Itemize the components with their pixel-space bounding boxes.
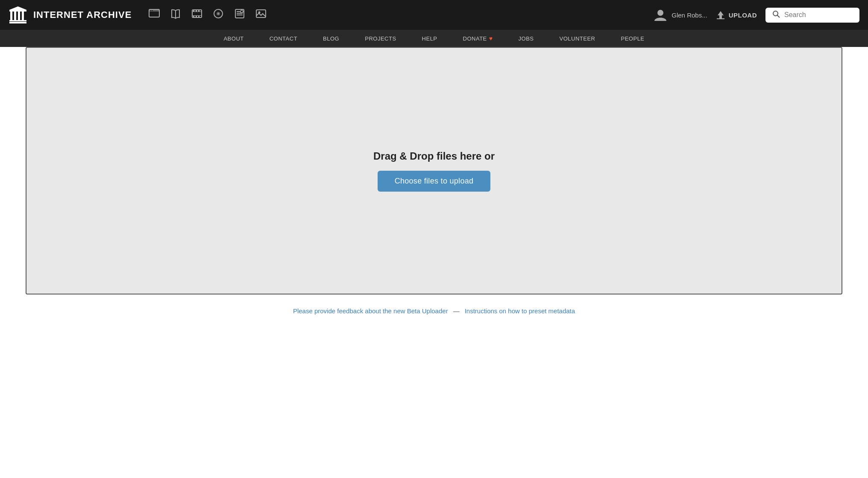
upload-button[interactable]: UPLOAD [716,10,757,20]
svg-rect-17 [196,10,197,12]
film-icon[interactable] [191,8,202,22]
svg-rect-4 [18,12,20,20]
software-icon[interactable] [234,8,245,22]
logo-icon [9,6,27,24]
svg-rect-20 [196,15,197,17]
svg-rect-16 [193,10,194,12]
svg-rect-18 [198,10,199,12]
svg-rect-5 [22,12,24,20]
top-navigation: INTERNET ARCHIVE [0,0,868,30]
footer-links: Please provide feedback about the new Be… [0,294,868,327]
nav-volunteer[interactable]: VOLUNTEER [560,35,595,42]
audio-icon[interactable] [213,8,224,22]
svg-rect-6 [9,10,26,12]
nav-donate[interactable]: DONATE ♥ [463,35,493,42]
logo-link[interactable]: INTERNET ARCHIVE [9,6,132,24]
search-box[interactable] [765,8,859,23]
upload-icon [716,10,725,20]
footer-separator: — [453,307,460,315]
media-icons [149,8,267,22]
svg-rect-30 [256,10,266,17]
book-icon[interactable] [170,8,181,22]
secondary-navigation: ABOUT CONTACT BLOG PROJECTS HELP DONATE … [0,30,868,47]
nav-about[interactable]: ABOUT [223,35,243,42]
user-icon [654,8,667,22]
svg-rect-28 [237,15,243,15]
svg-rect-2 [10,12,12,20]
svg-rect-1 [9,20,26,21]
svg-rect-10 [150,10,151,11]
upload-label: UPLOAD [729,12,757,19]
svg-rect-19 [193,15,194,17]
drop-zone[interactable]: Drag & Drop files here or Choose files t… [26,47,842,294]
user-name: Glen Robs... [672,12,707,19]
nav-blog[interactable]: BLOG [323,35,339,42]
svg-rect-3 [14,12,16,20]
svg-point-24 [218,13,219,15]
svg-point-32 [657,10,663,16]
donate-heart-icon: ♥ [489,35,493,42]
svg-marker-33 [718,11,724,19]
nav-help[interactable]: HELP [422,35,437,42]
nav-jobs[interactable]: JOBS [519,35,534,42]
svg-rect-0 [9,22,26,23]
nav-contact[interactable]: CONTACT [270,35,297,42]
feedback-link[interactable]: Please provide feedback about the new Be… [293,307,448,315]
svg-point-29 [240,10,243,13]
svg-rect-11 [152,10,153,11]
logo-text: INTERNET ARCHIVE [33,9,132,20]
svg-point-35 [773,11,778,16]
choose-files-button[interactable]: Choose files to upload [378,171,491,192]
search-input[interactable] [784,11,853,19]
user-area[interactable]: Glen Robs... [654,8,707,22]
image-icon[interactable] [255,8,267,22]
web-icon[interactable] [149,8,160,22]
search-icon [772,10,780,20]
instructions-link[interactable]: Instructions on how to preset metadata [465,307,575,315]
drag-drop-text: Drag & Drop files here or [373,150,495,162]
svg-rect-21 [198,15,199,17]
nav-projects[interactable]: PROJECTS [365,35,396,42]
main-content: Drag & Drop files here or Choose files t… [0,47,868,294]
svg-line-36 [777,15,780,17]
nav-people[interactable]: PEOPLE [621,35,645,42]
svg-marker-7 [9,6,26,10]
svg-rect-26 [237,11,240,12]
top-nav-right: Glen Robs... UPLOAD [654,8,859,23]
svg-rect-34 [717,18,724,19]
svg-rect-14 [192,12,202,12]
